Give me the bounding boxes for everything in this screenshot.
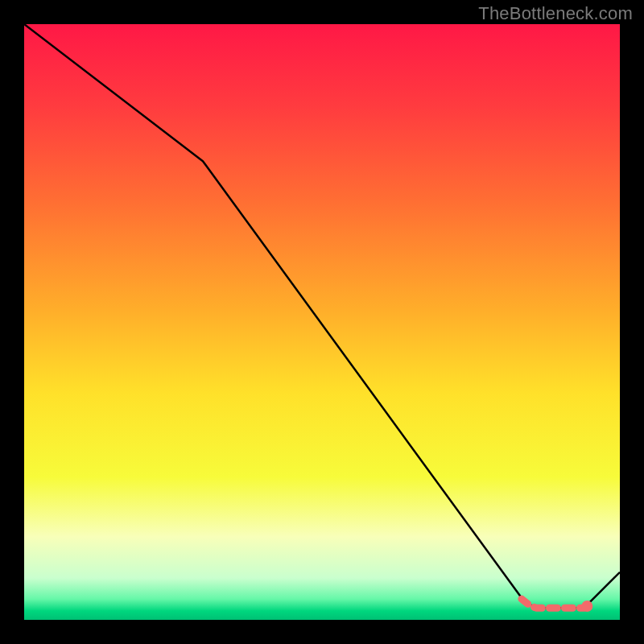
chart-plot-area [24, 24, 620, 620]
chart-frame: TheBottleneck.com [0, 0, 644, 644]
watermark-text: TheBottleneck.com [478, 3, 633, 24]
chart-background [24, 24, 620, 620]
highlight-end-marker [581, 601, 592, 612]
chart-svg [24, 24, 620, 620]
